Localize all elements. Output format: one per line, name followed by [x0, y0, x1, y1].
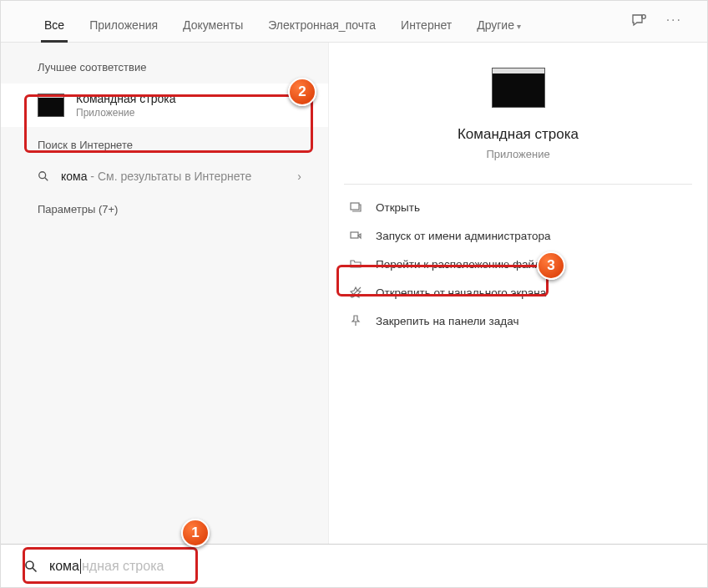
feedback-icon[interactable]	[630, 13, 647, 29]
preview-header: Командная строка Приложение	[329, 68, 707, 160]
filter-tabs: Все Приложения Документы Электронная_поч…	[1, 1, 707, 43]
annotation-badge-3: 3	[537, 251, 565, 280]
result-command-prompt[interactable]: Командная строка Приложение	[1, 84, 328, 127]
svg-rect-4	[351, 232, 358, 238]
preview-pane: Командная строка Приложение Открыть Запу…	[328, 43, 707, 545]
section-settings[interactable]: Параметры (7+)	[1, 191, 328, 226]
action-open-file-location[interactable]: Перейти к расположению файла	[339, 250, 697, 278]
tab-more-label: Другие	[477, 18, 514, 32]
tab-all[interactable]: Все	[41, 18, 68, 42]
svg-line-2	[45, 178, 48, 181]
action-open[interactable]: Открыть	[339, 193, 697, 221]
svg-line-7	[33, 568, 37, 572]
chevron-down-icon: ▾	[517, 22, 521, 31]
text-caret	[80, 559, 81, 574]
tab-internet[interactable]: Интернет	[397, 18, 455, 42]
action-unpin-start[interactable]: Открепить от начального экрана	[339, 278, 697, 307]
annotation-badge-2: 2	[288, 78, 316, 106]
tab-apps[interactable]: Приложения	[86, 18, 161, 42]
action-run-as-admin-label: Запуск от имени администратора	[376, 230, 551, 242]
preview-type: Приложение	[354, 148, 682, 160]
annotation-badge-1: 1	[181, 519, 210, 547]
svg-point-1	[39, 172, 46, 179]
action-list: Открыть Запуск от имени администратора П…	[329, 193, 707, 335]
windows-search-panel: Все Приложения Документы Электронная_поч…	[0, 0, 708, 588]
action-unpin-start-label: Открепить от начального экрана	[376, 286, 546, 299]
admin-icon	[349, 229, 367, 242]
action-run-as-admin[interactable]: Запуск от имени администратора	[339, 221, 697, 250]
tab-more[interactable]: Другие▾	[473, 18, 524, 42]
web-query: кома	[61, 170, 87, 183]
action-pin-taskbar[interactable]: Закрепить на панели задач	[339, 307, 697, 335]
folder-icon	[349, 257, 367, 271]
result-title: Командная строка	[76, 92, 175, 105]
tab-email[interactable]: Электронная_почта	[265, 18, 379, 42]
tab-documents[interactable]: Документы	[180, 18, 246, 42]
preview-title: Командная строка	[354, 126, 682, 143]
results-list: Лучшее соответствие Командная строка При…	[1, 43, 328, 545]
cmd-icon-large	[492, 68, 545, 108]
unpin-icon	[349, 286, 367, 299]
cmd-icon	[38, 94, 64, 117]
results-area: Лучшее соответствие Командная строка При…	[1, 43, 707, 545]
web-result-text: кома - См. результаты в Интернете	[61, 170, 251, 183]
divider	[344, 184, 692, 185]
open-icon	[349, 200, 367, 214]
search-suggestion-text: ндная строка	[82, 559, 164, 574]
svg-rect-3	[351, 203, 359, 210]
section-best-match: Лучшее соответствие	[1, 58, 328, 84]
chevron-right-icon: ›	[297, 170, 301, 183]
action-open-file-location-label: Перейти к расположению файла	[376, 258, 548, 271]
web-suffix: - См. результаты в Интернете	[87, 170, 251, 183]
more-options-icon[interactable]: ···	[666, 13, 682, 28]
result-web-search[interactable]: кома - См. результаты в Интернете ›	[1, 161, 328, 191]
pin-icon	[349, 314, 367, 327]
action-open-label: Открыть	[376, 201, 420, 214]
result-text: Командная строка Приложение	[76, 92, 175, 119]
search-bar[interactable]: командная строка	[1, 544, 707, 587]
result-subtitle: Приложение	[76, 107, 175, 119]
svg-point-6	[26, 561, 33, 569]
action-pin-taskbar-label: Закрепить на панели задач	[376, 315, 518, 327]
section-web-search: Поиск в Интернете	[1, 127, 328, 161]
search-icon	[38, 170, 51, 182]
search-icon	[24, 560, 38, 573]
search-typed-text: кома	[49, 559, 79, 574]
